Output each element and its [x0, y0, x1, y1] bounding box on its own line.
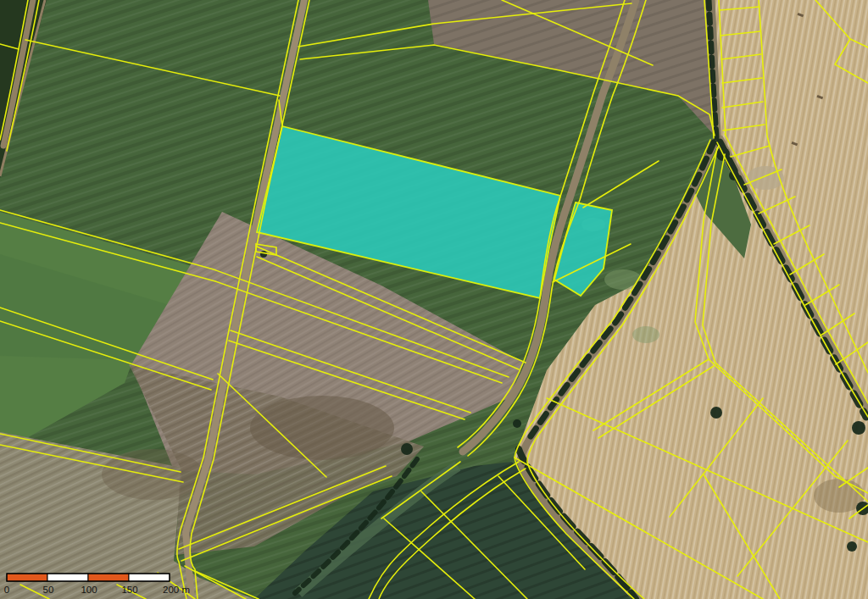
stubble-dark-patch — [250, 396, 394, 460]
map-viewport[interactable]: 0 50 100 150 200 m — [0, 0, 868, 599]
scale-label-100: 100 — [81, 585, 97, 595]
green-pale-patch2 — [632, 326, 659, 343]
scale-bar-segment-0 — [7, 574, 47, 581]
tree-clump — [710, 407, 722, 419]
scale-label-0: 0 — [4, 585, 9, 595]
tree-clump — [513, 419, 521, 428]
scale-bar-segment-1 — [47, 574, 88, 581]
scale-bar-segments — [7, 574, 170, 581]
scale-label-200m: 200 m — [163, 585, 190, 595]
scale-label-150: 150 — [121, 585, 137, 595]
scale-label-50: 50 — [43, 585, 54, 595]
tree-clump — [401, 443, 413, 455]
map-canvas[interactable]: 0 50 100 150 200 m — [0, 0, 868, 599]
scale-bar-segment-3 — [129, 574, 170, 581]
tree-clump — [852, 421, 865, 435]
tree-clump — [847, 541, 857, 552]
stubble-dark-patch2 — [102, 449, 203, 500]
tree-clump — [260, 251, 267, 258]
field-layer — [0, 0, 868, 599]
scale-bar-segment-2 — [88, 574, 129, 581]
